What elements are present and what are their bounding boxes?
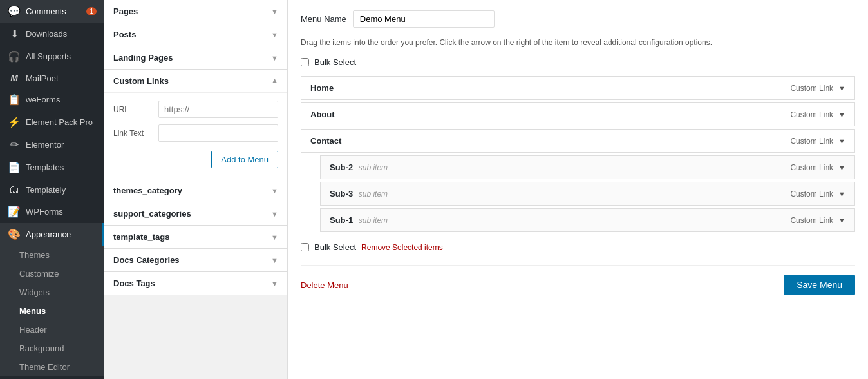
sidebar-item-element-pack-pro[interactable]: ⚡ Element Pack Pro (0, 111, 104, 133)
link-text-input[interactable] (158, 124, 278, 142)
chevron-down-icon[interactable]: ▼ (838, 84, 845, 92)
chevron-down-icon: ▼ (271, 8, 278, 15)
elementor-icon: ✏ (8, 139, 21, 151)
menu-item-sub1-right: Custom Link ▼ (790, 216, 845, 225)
accordion-template-tags-header[interactable]: template_tags ▼ (104, 226, 287, 248)
save-menu-button[interactable]: Save Menu (784, 275, 855, 295)
bulk-select-top-row: Bulk Select (301, 57, 855, 67)
sidebar-item-theme-editor[interactable]: Theme Editor (0, 358, 104, 376)
chevron-down-icon: ▼ (271, 210, 278, 218)
chevron-down-icon[interactable]: ▼ (838, 137, 845, 145)
sidebar-item-comments[interactable]: 💬 Comments 1 (0, 0, 104, 23)
menu-item-contact-type: Custom Link (790, 137, 833, 146)
menu-item-sub3-right: Custom Link ▼ (790, 190, 845, 199)
delete-menu-link[interactable]: Delete Menu (301, 280, 348, 290)
menu-name-input[interactable] (353, 10, 495, 28)
accordion-template-tags: template_tags ▼ (104, 226, 287, 249)
accordion-custom-links-body: URL Link Text Add to Menu (104, 92, 287, 179)
bulk-select-bottom-label[interactable]: Bulk Select (314, 242, 356, 252)
menu-items-list: Home Custom Link ▼ About Custom Link ▼ (301, 76, 855, 232)
sidebar-item-label: WPForms (26, 207, 63, 217)
mailpoet-icon: M (8, 73, 21, 83)
bulk-select-bottom-checkbox[interactable] (301, 243, 309, 251)
add-to-menu-row: Add to Menu (113, 148, 278, 168)
sidebar-item-themes[interactable]: Themes (0, 246, 104, 264)
remove-selected-link[interactable]: Remove Selected items (361, 243, 443, 252)
menu-item-contact[interactable]: Contact Custom Link ▼ (301, 129, 855, 153)
sidebar-item-header[interactable]: Header (0, 320, 104, 339)
accordion-posts-header[interactable]: Posts ▼ (104, 23, 287, 46)
menu-item-about[interactable]: About Custom Link ▼ (301, 102, 855, 126)
sidebar-item-background[interactable]: Background (0, 339, 104, 358)
accordion-landing-pages-label: Landing Pages (113, 53, 173, 63)
accordion-custom-links-header[interactable]: Custom Links ▼ (104, 70, 287, 92)
sidebar-item-templates[interactable]: 📄 Templates (0, 156, 104, 179)
menu-item-home-left: Home (310, 83, 334, 93)
sidebar-item-widgets[interactable]: Widgets (0, 283, 104, 302)
main-content: Pages ▼ Posts ▼ Landing Pages ▼ Custom L… (104, 0, 868, 379)
menu-item-home-right: Custom Link ▼ (790, 84, 845, 93)
sidebar-item-wpforms[interactable]: 📝 WPForms (0, 200, 104, 223)
add-to-menu-button[interactable]: Add to Menu (211, 151, 278, 168)
sidebar-item-all-supports[interactable]: 🎧 All Supports (0, 45, 104, 68)
downloads-icon: ⬇ (8, 28, 21, 40)
sidebar-item-elementor[interactable]: ✏ Elementor (0, 133, 104, 156)
appearance-icon: 🎨 (8, 228, 21, 240)
all-supports-icon: 🎧 (8, 50, 21, 63)
bulk-select-top-checkbox[interactable] (301, 58, 309, 66)
comments-icon: 💬 (8, 5, 21, 17)
accordion-pages-label: Pages (113, 6, 138, 16)
templately-icon: 🗂 (8, 184, 21, 195)
sidebar-item-label: Downloads (26, 29, 67, 39)
accordion-template-tags-label: template_tags (113, 232, 169, 242)
menu-item-sub2-left: Sub-2 sub item (330, 162, 388, 172)
left-panel: Pages ▼ Posts ▼ Landing Pages ▼ Custom L… (104, 0, 288, 379)
bulk-select-bottom-row: Bulk Select Remove Selected items (301, 242, 855, 252)
menu-item-home-name: Home (310, 83, 334, 93)
menu-name-label: Menu Name (301, 14, 346, 24)
sidebar-item-weforms[interactable]: 📋 weForms (0, 88, 104, 111)
accordion-themes-category: themes_category ▼ (104, 179, 287, 202)
menu-item-contact-right: Custom Link ▼ (790, 137, 845, 146)
accordion-docs-tags: Docs Tags ▼ (104, 272, 287, 295)
bulk-select-top-label[interactable]: Bulk Select (314, 57, 356, 67)
chevron-down-icon: ▼ (271, 233, 278, 241)
sidebar-item-menus[interactable]: Menus (0, 302, 104, 320)
sidebar-item-downloads[interactable]: ⬇ Downloads (0, 23, 104, 45)
chevron-down-icon[interactable]: ▼ (838, 217, 845, 224)
menu-item-sub2[interactable]: Sub-2 sub item Custom Link ▼ (320, 155, 855, 179)
accordion-custom-links: Custom Links ▼ URL Link Text Add to Menu (104, 70, 287, 179)
menu-item-home[interactable]: Home Custom Link ▼ (301, 76, 855, 100)
menu-name-row: Menu Name (301, 10, 855, 28)
sidebar-item-label: All Supports (26, 52, 71, 61)
menu-item-sub1[interactable]: Sub-1 sub item Custom Link ▼ (320, 208, 855, 232)
menu-item-sub1-sublabel: sub item (359, 216, 388, 225)
accordion-pages: Pages ▼ (104, 0, 287, 23)
sub-item-row-sub2: Sub-2 sub item Custom Link ▼ (320, 155, 855, 179)
menu-item-about-right: Custom Link ▼ (790, 110, 845, 119)
url-input[interactable] (158, 101, 278, 118)
accordion-docs-categories-label: Docs Categories (113, 255, 180, 265)
accordion-docs-categories-header[interactable]: Docs Categories ▼ (104, 249, 287, 271)
sidebar-item-appearance[interactable]: 🎨 Appearance (0, 223, 104, 246)
accordion-pages-header[interactable]: Pages ▼ (104, 0, 287, 23)
menu-item-about-left: About (310, 110, 335, 119)
accordion-support-categories-header[interactable]: support_categories ▼ (104, 202, 287, 225)
accordion-landing-pages: Landing Pages ▼ (104, 46, 287, 70)
menu-item-sub3-name: Sub-3 sub item (330, 189, 388, 199)
accordion-custom-links-label: Custom Links (113, 76, 169, 86)
sidebar-item-templately[interactable]: 🗂 Templately (0, 179, 104, 200)
sidebar-item-customize[interactable]: Customize (0, 264, 104, 283)
chevron-down-icon[interactable]: ▼ (838, 111, 845, 119)
menu-item-sub3[interactable]: Sub-3 sub item Custom Link ▼ (320, 182, 855, 206)
sidebar-item-label: Templates (26, 162, 64, 172)
chevron-down-icon[interactable]: ▼ (838, 190, 845, 198)
accordion-landing-pages-header[interactable]: Landing Pages ▼ (104, 46, 287, 69)
accordion-themes-category-header[interactable]: themes_category ▼ (104, 179, 287, 202)
chevron-down-icon[interactable]: ▼ (838, 164, 845, 171)
sidebar-item-label: MailPoet (26, 73, 59, 83)
sidebar-item-mailpoet[interactable]: M MailPoet (0, 68, 104, 88)
accordion-docs-tags-header[interactable]: Docs Tags ▼ (104, 272, 287, 295)
drag-hint: Drag the items into the order you prefer… (301, 37, 855, 48)
link-text-field-row: Link Text (113, 124, 278, 142)
